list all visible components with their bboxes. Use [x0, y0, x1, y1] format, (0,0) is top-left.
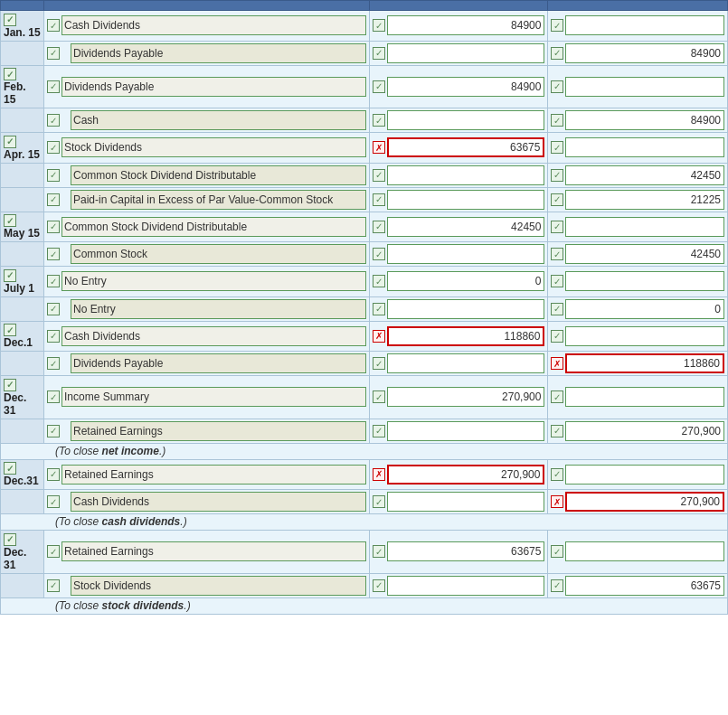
credit-check-icon[interactable]: ✓ — [551, 248, 563, 260]
debit-input[interactable] — [387, 421, 545, 441]
credit-input[interactable] — [565, 492, 724, 512]
row-check-icon[interactable]: ✓ — [47, 221, 60, 233]
credit-input[interactable] — [565, 353, 724, 373]
credit-input[interactable] — [565, 576, 724, 596]
credit-input[interactable] — [565, 190, 724, 210]
row-check-icon[interactable]: ✓ — [47, 47, 60, 60]
account-select[interactable]: Cash Dividends — [71, 492, 366, 512]
debit-check-icon[interactable]: ✓ — [373, 248, 385, 260]
row-check-icon[interactable]: ✓ — [47, 579, 60, 592]
row-check-icon[interactable]: ✓ — [47, 495, 60, 508]
credit-check-icon[interactable]: ✓ — [551, 545, 563, 558]
account-select[interactable]: Retained Earnings — [61, 465, 366, 485]
account-select[interactable]: Dividends Payable — [71, 353, 366, 373]
debit-check-icon[interactable]: ✓ — [373, 545, 385, 558]
credit-check-icon[interactable]: ✓ — [551, 193, 563, 206]
date-check-icon[interactable]: ✓ — [4, 68, 16, 80]
debit-check-icon[interactable]: ✓ — [373, 193, 385, 206]
credit-input[interactable] — [565, 217, 724, 237]
account-select[interactable]: Paid-in Capital in Excess of Par Value-C… — [71, 190, 366, 210]
credit-check-icon[interactable]: ✓ — [551, 303, 563, 315]
credit-input[interactable] — [565, 387, 724, 407]
debit-input[interactable] — [387, 165, 545, 185]
account-select[interactable]: Retained Earnings — [71, 421, 366, 441]
account-select[interactable]: Stock Dividends — [71, 576, 366, 596]
debit-input[interactable] — [387, 299, 545, 319]
debit-input[interactable] — [387, 244, 545, 264]
credit-input[interactable] — [565, 271, 724, 291]
row-check-icon[interactable]: ✓ — [47, 545, 60, 558]
row-check-icon[interactable]: ✓ — [47, 468, 60, 481]
debit-check-icon[interactable]: ✓ — [373, 425, 385, 437]
credit-check-icon[interactable]: ✓ — [551, 114, 563, 127]
debit-input[interactable] — [387, 326, 545, 346]
credit-input[interactable] — [565, 541, 724, 561]
debit-check-icon[interactable]: ✓ — [373, 579, 385, 592]
row-check-icon[interactable]: ✓ — [47, 248, 60, 260]
row-check-icon[interactable]: ✓ — [47, 141, 60, 154]
debit-x-icon[interactable]: ✗ — [373, 468, 385, 481]
debit-input[interactable] — [387, 492, 545, 512]
row-check-icon[interactable]: ✓ — [47, 425, 60, 437]
date-check-icon[interactable]: ✓ — [4, 462, 16, 475]
account-select[interactable]: Dividends Payable — [61, 77, 366, 97]
credit-x-icon[interactable]: ✗ — [551, 357, 563, 370]
date-check-icon[interactable]: ✓ — [4, 379, 16, 391]
debit-input[interactable] — [387, 541, 545, 561]
row-check-icon[interactable]: ✓ — [47, 19, 60, 32]
row-check-icon[interactable]: ✓ — [47, 169, 60, 182]
credit-check-icon[interactable]: ✓ — [551, 169, 563, 182]
account-select[interactable]: Common Stock Dividend Distributable — [61, 217, 366, 237]
credit-input[interactable] — [565, 421, 724, 441]
date-check-icon[interactable]: ✓ — [4, 214, 16, 227]
credit-check-icon[interactable]: ✓ — [551, 141, 563, 154]
debit-check-icon[interactable]: ✓ — [373, 80, 385, 93]
credit-check-icon[interactable]: ✓ — [551, 221, 563, 233]
debit-check-icon[interactable]: ✓ — [373, 357, 385, 370]
debit-check-icon[interactable]: ✓ — [373, 19, 385, 32]
row-check-icon[interactable]: ✓ — [47, 330, 60, 343]
credit-check-icon[interactable]: ✓ — [551, 579, 563, 592]
account-select[interactable]: Common Stock — [71, 244, 366, 264]
debit-check-icon[interactable]: ✓ — [373, 221, 385, 233]
debit-input[interactable] — [387, 43, 545, 63]
account-select[interactable]: No Entry — [71, 299, 366, 319]
debit-input[interactable] — [387, 190, 545, 210]
credit-check-icon[interactable]: ✓ — [551, 390, 563, 403]
credit-check-icon[interactable]: ✓ — [551, 275, 563, 287]
credit-check-icon[interactable]: ✓ — [551, 80, 563, 93]
debit-check-icon[interactable]: ✓ — [373, 390, 385, 403]
debit-input[interactable] — [387, 353, 545, 373]
credit-input[interactable] — [565, 15, 724, 35]
credit-input[interactable] — [565, 244, 724, 264]
credit-input[interactable] — [565, 43, 724, 63]
debit-input[interactable] — [387, 217, 545, 237]
debit-input[interactable] — [387, 137, 545, 157]
debit-input[interactable] — [387, 465, 545, 485]
row-check-icon[interactable]: ✓ — [47, 275, 60, 287]
credit-check-icon[interactable]: ✓ — [551, 47, 563, 60]
debit-check-icon[interactable]: ✓ — [373, 169, 385, 182]
credit-input[interactable] — [565, 165, 724, 185]
date-check-icon[interactable]: ✓ — [4, 14, 16, 26]
debit-input[interactable] — [387, 15, 545, 35]
credit-check-icon[interactable]: ✓ — [551, 425, 563, 437]
credit-input[interactable] — [565, 299, 724, 319]
row-check-icon[interactable]: ✓ — [47, 80, 60, 93]
account-select[interactable]: Cash — [71, 110, 366, 130]
credit-input[interactable] — [565, 110, 724, 130]
account-select[interactable]: Cash Dividends — [61, 326, 366, 346]
credit-input[interactable] — [565, 326, 724, 346]
debit-check-icon[interactable]: ✓ — [373, 114, 385, 127]
account-select[interactable]: Income Summary — [61, 387, 366, 407]
row-check-icon[interactable]: ✓ — [47, 193, 60, 206]
account-select[interactable]: Stock Dividends — [61, 137, 366, 157]
row-check-icon[interactable]: ✓ — [47, 390, 60, 403]
credit-check-icon[interactable]: ✓ — [551, 330, 563, 343]
debit-check-icon[interactable]: ✓ — [373, 495, 385, 508]
credit-x-icon[interactable]: ✗ — [551, 495, 563, 508]
debit-input[interactable] — [387, 387, 545, 407]
debit-input[interactable] — [387, 576, 545, 596]
debit-input[interactable] — [387, 110, 545, 130]
row-check-icon[interactable]: ✓ — [47, 114, 60, 127]
